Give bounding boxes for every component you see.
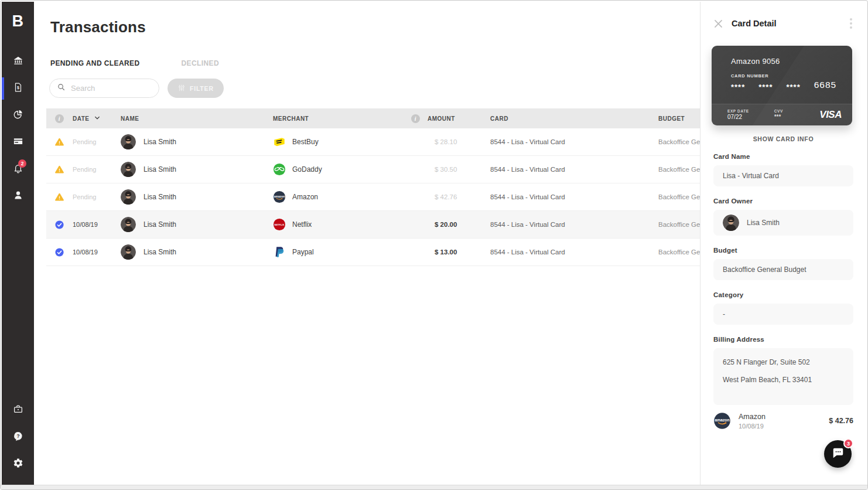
name-cell: Lisa Smith [121,134,273,149]
card-name-label: Card Name [713,153,853,160]
close-icon[interactable] [713,18,724,29]
card-owner-value: Lisa Smith [747,219,780,227]
card-cell: 8544 - Lisa - Virtual Card [490,249,658,256]
status-cell [46,137,73,147]
chevron-down-icon[interactable] [94,114,101,122]
filter-button[interactable]: FILTER [168,79,224,98]
merchant-name: GoDaddy [292,165,322,173]
search-box[interactable] [49,79,159,98]
chat-bubble-icon [832,447,845,462]
exp-date-label: EXP DATE [727,109,749,114]
date-column-header[interactable]: DATE [73,114,121,122]
merchant-cell: Netflix [273,218,411,231]
chat-fab-button[interactable]: 3 [824,440,852,468]
sidebar-item-settings[interactable] [2,451,34,478]
date-cell: 10/08/19 [73,221,121,228]
card-cvv: CVV *** [774,109,783,121]
user-name: Lisa Smith [143,165,176,173]
status-cell [46,220,73,230]
amount-cell: $ 20.00 [411,221,490,228]
billing-address-label: Billing Address [713,336,853,343]
card-owner-label: Card Owner [713,198,853,205]
field-card-owner: Card Owner Lisa Smith [713,198,853,236]
kebab-menu-icon[interactable] [849,17,853,30]
field-card-name: Card Name Lisa - Virtual Card [713,153,853,186]
date-cell: Pending [73,166,121,173]
sliders-icon [177,84,190,93]
user-name: Lisa Smith [143,248,176,256]
check-circle-icon [54,220,64,230]
status-cell [46,247,73,257]
field-category: Category - [713,291,853,325]
filter-button-label: FILTER [190,85,214,92]
info-icon[interactable]: i [411,114,420,123]
category-label: Category [713,291,853,298]
bank-icon [13,55,23,68]
search-icon [57,83,66,94]
window-bottom-strip [1,485,867,489]
godaddy-logo-icon [273,163,286,176]
show-card-info-button[interactable]: SHOW CARD INFO [700,135,866,142]
name-cell: Lisa Smith [121,217,273,232]
help-bubble-icon [13,431,23,444]
amount-cell: $ 13.00 [411,249,490,256]
merchant-name: Paypal [292,248,314,256]
merchant-cell: Amazon [273,190,411,203]
sidebar-item-notifications[interactable]: 2 [2,156,34,183]
card-number: **** **** **** 6685 [731,80,836,90]
cvv-label: CVV [774,109,783,114]
card-number-label: CARD NUMBER [731,73,768,79]
sidebar-item-dashboard[interactable] [2,48,34,75]
virtual-card-visual: Amazon 9056 CARD NUMBER **** **** **** 6… [712,46,852,125]
card-exp: EXP DATE 07/22 [727,109,749,121]
budget-value: Backoffice General Budget [713,259,853,280]
date-cell: Pending [73,138,121,145]
sidebar-item-cards[interactable] [2,129,34,156]
transaction-meta: Amazon 10/08/19 [739,413,766,430]
pie-chart-icon [13,109,23,122]
date-cell: Pending [73,193,121,200]
merchant-name: BestBuy [292,138,319,146]
name-cell: Lisa Smith [121,244,273,260]
tab-declined[interactable]: DECLINED [182,59,220,67]
bestbuy-logo-icon [273,135,286,148]
sidebar-item-business[interactable] [2,397,34,424]
status-cell [46,192,73,202]
sidebar-item-reports[interactable] [2,102,34,129]
tab-pending-and-cleared[interactable]: PENDING AND CLEARED [50,59,140,67]
sidebar-item-profile[interactable] [2,183,34,210]
amount-cell: $ 30.50 [411,166,490,173]
sidebar-nav: 2 [2,48,34,210]
amazon-logo-icon [273,190,286,203]
name-cell: Lisa Smith [121,162,273,177]
amount-column-header: i AMOUNT [411,114,490,123]
check-circle-icon [54,247,64,257]
info-icon[interactable]: i [55,114,64,123]
warning-icon [54,137,64,147]
gear-icon [13,458,23,471]
brand-logo: B [12,12,24,30]
search-input[interactable] [71,84,147,93]
merchant-column-header: MERCHANT [273,115,411,122]
visa-logo: VISA [819,109,842,121]
sidebar-item-help[interactable] [2,424,34,451]
user-name: Lisa Smith [143,220,176,229]
sidebar-item-transactions[interactable] [2,75,34,102]
field-billing-address: Billing Address 625 N Flanger Dr, Suite … [713,336,853,405]
name-cell: Lisa Smith [121,189,273,205]
field-budget: Budget Backoffice General Budget [713,247,853,280]
category-value: - [713,304,853,325]
recent-transaction-item[interactable]: Amazon 10/08/19 $ 42.76 [713,412,853,430]
tab-bar: PENDING AND CLEARED DECLINED [50,59,219,67]
avatar [723,215,739,231]
paypal-logo-icon [273,246,286,258]
user-name: Lisa Smith [143,138,176,146]
card-detail-panel: Card Detail Amazon 9056 CARD NUMBER ****… [700,2,866,485]
masked-group: **** [731,83,745,91]
briefcase-icon [13,404,23,417]
masked-group: **** [787,83,801,91]
toolbar: FILTER [49,79,224,98]
exp-date-value: 07/22 [727,114,749,121]
merchant-name: Amazon [292,193,318,201]
amount-column-label: AMOUNT [428,115,455,122]
